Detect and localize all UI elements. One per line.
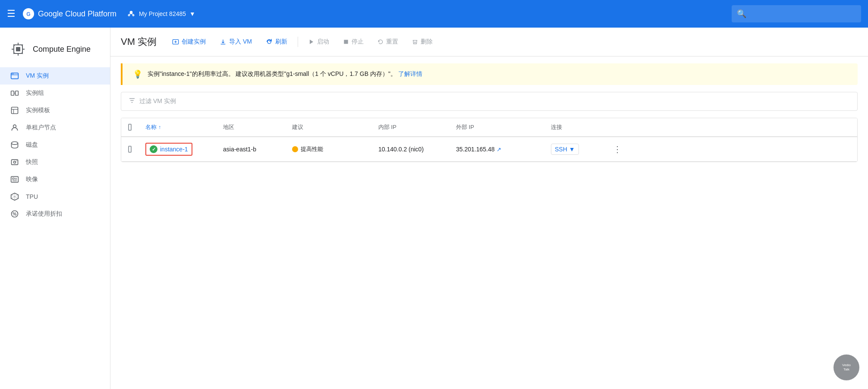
sidebar-item-label-vm-instances: VM 实例	[26, 72, 49, 80]
import-vm-button[interactable]: 导入 VM	[214, 35, 257, 49]
start-icon	[308, 39, 314, 45]
delete-button[interactable]: 删除	[407, 35, 438, 49]
instance-status-icon	[150, 145, 157, 153]
more-actions-button[interactable]: ⋮	[611, 142, 623, 156]
sidebar-item-tpu[interactable]: TPU	[0, 188, 110, 205]
sole-tenant-icon	[10, 123, 19, 132]
svg-point-4	[132, 14, 135, 16]
main-content: VM 实例 创建实例 导入 VM 刷新 启动 停止	[110, 28, 868, 389]
table-header-internal-ip[interactable]: 内部 IP	[371, 118, 449, 136]
google-cloud-logo-icon: G	[22, 8, 35, 20]
sidebar-item-snapshots[interactable]: 快照	[0, 154, 110, 171]
row-zone-cell: asia-east1-b	[216, 137, 285, 161]
svg-rect-21	[11, 91, 14, 95]
sidebar-item-label-snapshots: 快照	[26, 158, 38, 166]
snapshots-icon	[10, 158, 19, 166]
sidebar-item-label-tpu: TPU	[26, 193, 38, 200]
sidebar-item-label-committed-use: 承诺使用折扣	[26, 210, 62, 218]
svg-point-27	[13, 125, 16, 128]
create-instance-button[interactable]: 创建实例	[167, 35, 211, 49]
sidebar-item-label-disks: 磁盘	[26, 141, 38, 149]
project-icon	[127, 9, 135, 18]
tpu-icon	[10, 192, 19, 201]
content-toolbar: VM 实例 创建实例 导入 VM 刷新 启动 停止	[110, 28, 868, 56]
app-name: Google Cloud Platform	[38, 9, 116, 19]
filter-icon	[128, 97, 136, 106]
table-header-external-ip[interactable]: 外部 IP	[449, 118, 544, 136]
svg-text:G: G	[26, 11, 30, 17]
project-name: My Project 82485	[139, 10, 186, 17]
svg-rect-22	[16, 91, 19, 95]
external-link-icon[interactable]: ↗	[497, 146, 501, 153]
refresh-icon	[266, 38, 273, 45]
table-header-checkbox	[121, 118, 138, 136]
sidebar-item-instance-templates[interactable]: 实例模板	[0, 102, 110, 119]
start-button[interactable]: 启动	[303, 35, 334, 49]
table-header-connection[interactable]: 连接	[544, 118, 604, 136]
project-selector[interactable]: My Project 82485 ▼	[127, 9, 195, 18]
select-all-checkbox[interactable]	[128, 124, 132, 131]
row-internal-ip-cell: 10.140.0.2 (nic0)	[371, 137, 449, 161]
sidebar: Compute Engine VM 实例 实例组 实例模板	[0, 28, 110, 389]
row-suggestion-cell: 提高性能	[285, 137, 371, 161]
hamburger-menu-icon[interactable]: ☰	[7, 8, 16, 19]
refresh-button[interactable]: 刷新	[261, 35, 292, 49]
svg-point-30	[14, 161, 16, 163]
sidebar-item-committed-use[interactable]: % 承诺使用折扣	[0, 205, 110, 223]
name-cell-selected: instance-1	[145, 143, 192, 156]
sidebar-item-disks[interactable]: 磁盘	[0, 136, 110, 154]
table-header-suggestion[interactable]: 建议	[285, 118, 371, 136]
search-box[interactable]: 🔍	[732, 5, 861, 22]
table-header-zone[interactable]: 地区	[216, 118, 285, 136]
svg-rect-33	[13, 178, 14, 179]
ssh-button[interactable]: SSH ▼	[551, 144, 579, 155]
svg-rect-8	[16, 47, 20, 51]
row-checkbox-cell	[121, 137, 138, 161]
delete-icon	[412, 39, 418, 45]
stop-icon	[343, 39, 349, 45]
sidebar-item-sole-tenant-nodes[interactable]: 单租户节点	[0, 119, 110, 136]
svg-rect-48	[344, 40, 348, 44]
sidebar-item-label-instance-templates: 实例模板	[26, 107, 50, 114]
instance-name-link[interactable]: instance-1	[160, 146, 188, 153]
svg-marker-47	[310, 40, 313, 44]
svg-point-2	[130, 11, 133, 14]
stop-button[interactable]: 停止	[338, 35, 369, 49]
app-logo: G Google Cloud Platform	[22, 8, 116, 20]
row-external-ip-cell: 35.201.165.48 ↗	[449, 137, 544, 161]
sidebar-product-name: Compute Engine	[33, 45, 91, 54]
filter-bar[interactable]: 过滤 VM 实例	[121, 92, 858, 111]
row-checkbox[interactable]	[128, 146, 132, 153]
table-header: 名称 ↑ 地区 建议 内部 IP 外部 IP 连接	[121, 118, 857, 137]
page-title: VM 实例	[121, 35, 157, 48]
svg-point-19	[12, 74, 13, 75]
svg-rect-32	[11, 176, 19, 182]
alert-icon: 💡	[133, 69, 142, 79]
svg-text:%: %	[13, 212, 17, 216]
ssh-dropdown-arrow-icon[interactable]: ▼	[569, 146, 575, 153]
svg-line-5	[129, 14, 131, 14]
table-row: instance-1 asia-east1-b 提高性能 10.140.0.2 …	[121, 137, 857, 162]
search-icon: 🔍	[737, 9, 746, 19]
vm-instances-icon	[10, 72, 19, 80]
sidebar-item-vm-instances[interactable]: VM 实例	[0, 67, 110, 85]
suggestion-badge: 提高性能	[292, 145, 323, 153]
sidebar-item-instance-groups[interactable]: 实例组	[0, 85, 110, 102]
compute-engine-icon	[10, 41, 26, 57]
sidebar-item-images[interactable]: 映像	[0, 171, 110, 188]
reset-button[interactable]: 重置	[372, 35, 403, 49]
svg-line-6	[131, 14, 133, 14]
table-header-name[interactable]: 名称 ↑	[138, 118, 216, 136]
svg-point-20	[13, 74, 14, 75]
reset-icon	[377, 39, 384, 45]
row-more-cell: ⋮	[604, 137, 622, 161]
instance-groups-icon	[10, 89, 19, 97]
import-icon	[220, 38, 226, 45]
alert-learn-more-link[interactable]: 了解详情	[398, 70, 422, 77]
watermark-logo: VedioTalk	[833, 354, 859, 380]
project-dropdown-icon[interactable]: ▼	[189, 10, 195, 17]
suggestion-dot-icon	[292, 146, 298, 152]
committed-use-icon: %	[10, 210, 19, 218]
sidebar-item-label-instance-groups: 实例组	[26, 89, 44, 97]
toolbar-separator	[298, 37, 298, 47]
